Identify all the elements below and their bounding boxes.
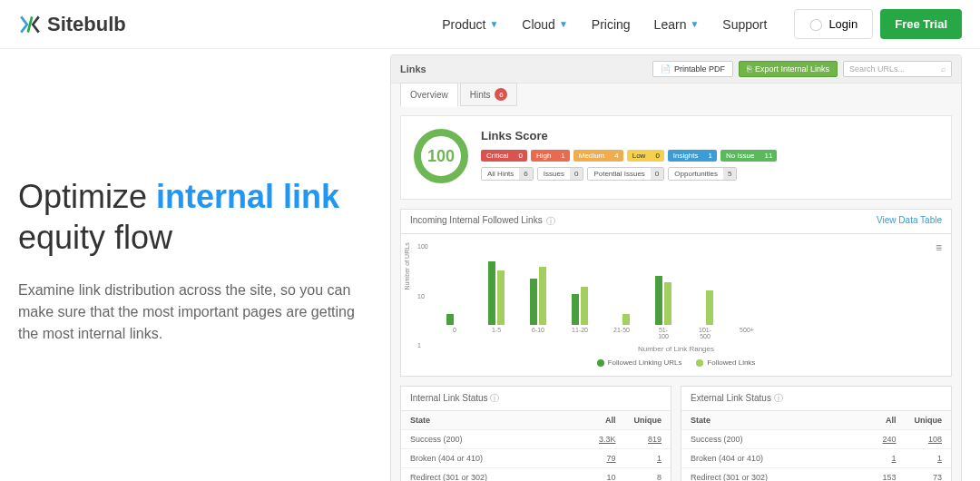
printable-pdf-button[interactable]: 📄Printable PDF [652, 61, 733, 77]
severity-critical[interactable]: Critical0 [481, 150, 527, 162]
x-tick: 101-500 [697, 327, 713, 339]
filter-opportunities[interactable]: Opportunities5 [668, 167, 737, 181]
x-tick: 500+ [739, 327, 755, 339]
bar-group[interactable] [446, 314, 463, 325]
severity-no-issue[interactable]: No Issue11 [720, 150, 777, 162]
table-row[interactable]: Redirect (301 or 302)15373 [681, 468, 951, 482]
export-links-button[interactable]: ⎘Export Internal Links [739, 61, 838, 77]
filter-issues[interactable]: Issues0 [537, 167, 584, 181]
x-axis-label: Number of Link Ranges [410, 345, 942, 353]
table-row[interactable]: Broken (404 or 410)11 [681, 449, 951, 468]
chevron-down-icon: ▼ [489, 19, 498, 29]
pdf-icon: 📄 [661, 64, 671, 74]
panel-title: Links [400, 64, 426, 74]
nav-learn[interactable]: Learn▼ [654, 17, 700, 32]
x-tick: 21-50 [613, 327, 630, 339]
hero-heading: Optimize internal link equity flow [18, 176, 363, 258]
hero-copy: Optimize internal link equity flow Exami… [18, 49, 363, 481]
internal-link-status-table: Internal Link Status ⓘ StateAllUniqueSuc… [400, 386, 671, 481]
chevron-down-icon: ▼ [690, 19, 699, 29]
export-icon: ⎘ [747, 64, 751, 74]
nav-pricing[interactable]: Pricing [592, 17, 631, 32]
search-icon: ⌕ [941, 64, 946, 74]
x-tick: 0 [446, 327, 463, 339]
nav-product[interactable]: Product▼ [442, 17, 498, 32]
login-button[interactable]: ◯Login [794, 9, 873, 39]
x-tick: 51-100 [655, 327, 671, 339]
free-trial-button[interactable]: Free Trial [880, 9, 962, 39]
bar-group[interactable] [697, 290, 713, 325]
y-axis-label: Number of URLs [404, 242, 410, 290]
info-icon[interactable]: ⓘ [490, 393, 499, 403]
table-row[interactable]: Success (200)240108 [681, 430, 951, 449]
nav-support[interactable]: Support [722, 17, 767, 32]
links-score-section: 100 Links Score Critical0High1Medium4Low… [400, 115, 952, 200]
external-link-status-table: External Link Status ⓘ StateAllUniqueSuc… [681, 386, 952, 481]
brand-name: Sitebulb [47, 13, 126, 36]
incoming-links-chart: Incoming Internal Followed Links ⓘ View … [400, 209, 952, 377]
chart-menu-icon[interactable]: ≡ [936, 241, 942, 254]
links-panel: Links 📄Printable PDF ⎘Export Internal Li… [390, 54, 962, 481]
table-row[interactable]: Redirect (301 or 302)108 [401, 468, 671, 482]
bar-group[interactable] [655, 276, 671, 325]
filter-potential-issues[interactable]: Potential Issues0 [587, 167, 664, 181]
severity-insights[interactable]: Insights1 [668, 150, 717, 162]
tab-overview[interactable]: Overview [400, 83, 458, 107]
severity-medium[interactable]: Medium4 [573, 150, 623, 162]
bar-group[interactable] [488, 261, 505, 325]
bar-group[interactable] [530, 267, 546, 325]
site-header: Sitebulb Product▼ Cloud▼ Pricing Learn▼ … [0, 0, 980, 49]
x-tick: 11-20 [572, 327, 588, 339]
x-tick: 1-5 [488, 327, 505, 339]
chart-title: Incoming Internal Followed Links [410, 215, 543, 228]
info-icon[interactable]: ⓘ [774, 393, 783, 403]
brand-logo[interactable]: Sitebulb [18, 13, 126, 36]
score-donut: 100 [414, 129, 468, 183]
tab-hints[interactable]: Hints6 [460, 83, 518, 106]
legend-followed-links[interactable]: Followed Links [696, 358, 755, 367]
hero-body: Examine link distribution across the sit… [18, 280, 363, 345]
filter-all-hints[interactable]: All Hints6 [481, 167, 534, 181]
x-tick: 6-10 [530, 327, 546, 339]
sitebulb-icon [18, 13, 42, 36]
y-ticks: 100101 [417, 243, 428, 348]
severity-high[interactable]: High1 [531, 150, 570, 162]
hints-badge: 6 [495, 88, 507, 101]
chevron-down-icon: ▼ [559, 19, 568, 29]
bar-group[interactable] [572, 287, 588, 325]
view-data-table-link[interactable]: View Data Table [877, 215, 942, 228]
info-icon[interactable]: ⓘ [546, 215, 555, 228]
score-title: Links Score [481, 129, 938, 142]
search-urls-input[interactable]: Search URLs...⌕ [843, 61, 952, 77]
severity-low[interactable]: Low0 [627, 150, 664, 162]
user-icon: ◯ [809, 17, 823, 31]
legend-followed-linking-urls[interactable]: Followed Linking URLs [597, 358, 682, 367]
bar-group[interactable] [613, 314, 630, 325]
main-nav: Product▼ Cloud▼ Pricing Learn▼ Support [442, 17, 767, 32]
table-row[interactable]: Broken (404 or 410)791 [401, 449, 671, 468]
table-row[interactable]: Success (200)3.3K819 [401, 430, 671, 449]
nav-cloud[interactable]: Cloud▼ [522, 17, 568, 32]
